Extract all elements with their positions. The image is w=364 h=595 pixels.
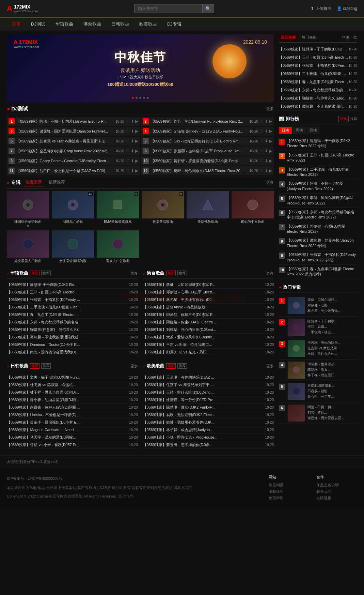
jk-item-3[interactable]: 【0569独家】林子祥 - 男儿当自强(武宣Dj...10-20 (7, 389, 138, 396)
ranking-item-3[interactable]: 3 【0569独家】二手玫瑰 - 仙儿(DJ世豪 Electro Rmx 202… (279, 165, 357, 180)
album-item-9[interactable]: 香奈儿广告歌曲 (97, 230, 139, 263)
dj-play-2[interactable]: ▶ (269, 119, 272, 124)
dj-down-1[interactable]: ⬇ (131, 119, 134, 124)
dj-play-10[interactable]: ▶ (269, 158, 272, 163)
jk-item-1[interactable]: 【0569独家】文夫 - 骗子(武宣DJ阿酿 Fun...10-20 (7, 374, 138, 381)
jk-item-9[interactable]: 【0569独家】马天宇 - 误发的爱(DJ阿峻...10-20 (7, 434, 138, 441)
western-item-3[interactable]: 【0569独家】王靖 - 留什么给你(DJDeng...10-20 (143, 389, 274, 396)
chinese-new-badge[interactable]: 最新 (30, 271, 39, 276)
new-item-4[interactable]: 【0569独家】二手玫瑰 - 仙儿(DJ世豪 Elec...10-20 (279, 70, 357, 78)
new-item-8[interactable]: 【0569独家】谭咏麟 - 不让我的眼泪陪我过...10-20 (279, 103, 357, 111)
album-item-8[interactable]: 女生宿舍演唱的歌 (52, 230, 94, 263)
western-item-6[interactable]: 【0569独家】易欣 - 无法证明(DJK2 Elect...10-20 (143, 411, 274, 419)
western-item-8[interactable]: 【0569独家】林子祥 - 成吉思汗(Janiyon...10-20 (143, 426, 274, 434)
refresh-button[interactable]: ↺ 换一批 (342, 35, 357, 40)
gangtai-item-5[interactable]: 【0569独家】阿爱然 - 你莫三冬(DJ志军 E...10-20 (143, 311, 274, 319)
dj-item-11[interactable]: 11 【0569独家】吕口口 - 爱上你是一个错(DJAZ vs DJ阿... … (7, 166, 140, 175)
search-button[interactable]: 🔍 (202, 4, 214, 13)
gangtai-item-4[interactable]: 【0569独家】唐佰Annie - 有些情故放...10-20 (143, 304, 274, 311)
dj-down-7[interactable]: ⬇ (131, 149, 134, 153)
nav-item-japanese[interactable]: 日韩歌曲 (106, 18, 134, 31)
gangtai-item-10[interactable]: 【0569独家】归属(C.K) vs 光光 - 乃阳...10-20 (143, 349, 274, 356)
hot-album-5[interactable]: 5 云南彩调腊腊瓜... 不容易 - 期盼... 最心中 - 一年年... (279, 381, 357, 402)
western-item-9[interactable]: 【0569独家】小味 - 即兴(DJ57 ProgHouse...10-20 (143, 434, 274, 441)
new-item-3[interactable]: 【0569独家】张智霖 - 十指紧扣(DJFendy ...10-20 (279, 62, 357, 70)
jk-item-7[interactable]: 【0569独家】黄宗泽 - 最后视姐(DJ小罗 E...10-20 (7, 419, 138, 426)
western-item-7[interactable]: 【0569独家】晓畔 - 我曾用心爱着你(DJK...10-20 (143, 419, 274, 426)
chinese-item-9[interactable]: 【0569独家】Dominoo - Doctor(DJ卡仔 El...10-20 (7, 341, 138, 349)
ranking-item-2[interactable]: 2 【0569独家】王菲 - 如愿(DJ小高 Electro Rmx 2022) (279, 151, 357, 165)
dj-heart-11[interactable]: ♡ (126, 168, 130, 173)
banner-dot-2[interactable] (136, 97, 138, 99)
dj-item-5[interactable]: 5 【0569独家】彭寒意 vs Franky弗兰奇 - 再见莫斯卡(D... … (7, 137, 140, 146)
nav-item-dj[interactable]: DJ测试 (26, 18, 50, 31)
dj-heart-6[interactable]: ♡ (260, 139, 264, 143)
chinese-item-5[interactable]: 【0569独家】春 - 九点半(DJ世豪 Electro ...10-20 (7, 311, 138, 319)
dj-play-4[interactable]: ▶ (269, 129, 272, 134)
dj-down-2[interactable]: ⬇ (265, 119, 268, 124)
jk-item-8[interactable]: 【0569独家】Magnus Carlsson - I Need ...10-2… (7, 426, 138, 434)
western-item-10[interactable]: 【0569独家】姜玉田 - 忘不掉的你(DJ峰...10-20 (143, 441, 274, 449)
site-col-item-3[interactable]: 免责声明 (269, 495, 310, 501)
album-item-2[interactable]: 42 浙厚品几的歌 (52, 191, 94, 228)
album-item-4[interactable]: 0 教堂圣洁歌曲 (142, 191, 184, 228)
nav-item-album[interactable]: DJ专辑 (162, 18, 187, 31)
album-item-7[interactable]: 尤克里里入门歌曲 (7, 230, 49, 263)
ranking-tab-weekly[interactable]: 周榜 (293, 127, 306, 134)
western-new-badge[interactable]: 最新 (166, 363, 176, 369)
japanese-rec-badge[interactable]: 推荐 (41, 363, 51, 369)
dj-heart-9[interactable]: ♡ (126, 158, 130, 163)
chinese-item-3[interactable]: 【0569独家】张智霖 - 十指紧扣(DJFendy ...10-20 (7, 296, 138, 304)
ranking-tab-monthly[interactable]: 月榜 (307, 127, 320, 134)
gangtai-item-2[interactable]: 【0569独家】邓伊健 - 心照(DJ志军 Electr...10-20 (143, 289, 274, 296)
ranking-item-7[interactable]: 7 【0569独家】邓伊健 - 心照(DJ志军 Electro Rmx 2022… (279, 222, 357, 237)
hot-album-4[interactable]: 4 谭咏麟 - 世界停顿... 陈慧琳 - 傲女... 林子祥 - 成吉思汗..… (279, 360, 357, 381)
dj-down-11[interactable]: ⬇ (131, 168, 134, 173)
album-item-5[interactable]: 圣洁佛教歌曲 (187, 191, 229, 228)
dj-item-10[interactable]: 10 【0569独家】贺轩轩 - 罗曼蒂克的爱情(DJ小豪 PorgH... 1… (141, 156, 274, 165)
banner-dot-5[interactable] (147, 97, 149, 99)
dj-heart-2[interactable]: ♡ (260, 119, 264, 124)
dj-item-2[interactable]: 2 【0569独家】刘芳 - 笑纱(Janiyon FunkyHouse Rmx… (141, 117, 274, 126)
japanese-more[interactable]: 更多 (130, 364, 138, 369)
western-item-4[interactable]: 【0569独家】徐营撞 - 等一分份(DJZR Pro...10-20 (143, 396, 274, 404)
tab-hot-songs[interactable]: 热门舞曲 (300, 34, 319, 41)
hot-album-1[interactable]: 1 李健 - 贝加尔湖畔... 邓伊健 - 心照... 林允星 - 至少还有你.… (279, 295, 357, 317)
dj-item-8[interactable]: 8 【0569独家】张颜羽 - 当年情(DJ志军 ProgHouse Rm...… (141, 147, 274, 155)
tab-new-songs[interactable]: 最新舞曲 (279, 34, 298, 41)
dj-play-8[interactable]: ▶ (269, 149, 272, 153)
site-col-item-1[interactable]: 常见问题 (269, 483, 310, 488)
dj-heart-7[interactable]: ♡ (126, 149, 130, 153)
gangtai-item-9[interactable]: 【0569独家】王杰 vs 叶欢 - 你是我嘴口...10-20 (143, 341, 274, 349)
hot-album-6[interactable]: 6 阿清 - 不拥一切... 刘芳 - 笑纱... 谢霆锋 - 因为爱所以爱..… (279, 402, 357, 424)
jk-item-4[interactable]: 【0569独家】陈小春 - 乱抛星星(武宣DJ阿...10-20 (7, 396, 138, 404)
dj-play-12[interactable]: ▶ (269, 168, 272, 173)
dj-heart-8[interactable]: ♡ (260, 149, 264, 153)
gangtai-item-3[interactable]: 【0569独家】林允星 - 至少还有你台山DJ...10-20 (143, 296, 274, 304)
new-item-5[interactable]: 【0569独家】春 - 九点半(DJ世豪 Electro ...10-20 (279, 78, 357, 86)
chinese-item-6[interactable]: 【0569独家】永邦 - 每次都想呼喊你的名名...10-20 (7, 319, 138, 326)
dj-play-5[interactable]: ▶ (135, 139, 138, 143)
ranking-item-5[interactable]: 5 【0569独家】李健 - 贝加尔湖畔(DJ志军 ProgHouse Rmx … (279, 194, 357, 208)
dj-down-10[interactable]: ⬇ (265, 158, 268, 163)
banner-dot-1[interactable] (132, 97, 134, 99)
dj-play-9[interactable]: ▶ (135, 158, 138, 163)
dj-heart-3[interactable]: ♡ (126, 129, 130, 134)
dj-play-7[interactable]: ▶ (135, 149, 138, 153)
western-item-5[interactable]: 【0569独家】陈慧琳 - 傲女(DJK2 FunkyH...10-20 (143, 404, 274, 411)
collab-col-item-1[interactable]: 作品上传说明 (316, 483, 357, 488)
albums-more[interactable]: 更多 (266, 180, 274, 185)
albums-tab-recent[interactable]: 最近更新 (24, 179, 44, 186)
search-input[interactable] (134, 4, 202, 13)
dj-down-8[interactable]: ⬇ (265, 149, 268, 153)
western-item-1[interactable]: 【0569独家】王若琳 - 有你的快乐(DJAZ ...10-20 (143, 374, 274, 381)
nav-item-western[interactable]: 欧美歌曲 (134, 18, 162, 31)
western-item-2[interactable]: 【0569独家】任宫宇 vs 摩登兄弟刘宇宁 -...10-20 (143, 381, 274, 389)
ranking-item-8[interactable]: 8 【0569独家】谭咏麟 - 世界停顿(Janiyon Electro Rmx… (279, 236, 357, 250)
dj-play-11[interactable]: ▶ (135, 168, 138, 173)
banner-dot-4[interactable] (143, 97, 145, 99)
dj-test-more[interactable]: 更多 (266, 106, 274, 111)
banner-dot-3[interactable] (139, 97, 141, 99)
gangtai-rec-badge[interactable]: 推荐 (177, 271, 187, 276)
chinese-rec-badge[interactable]: 推荐 (41, 271, 51, 276)
